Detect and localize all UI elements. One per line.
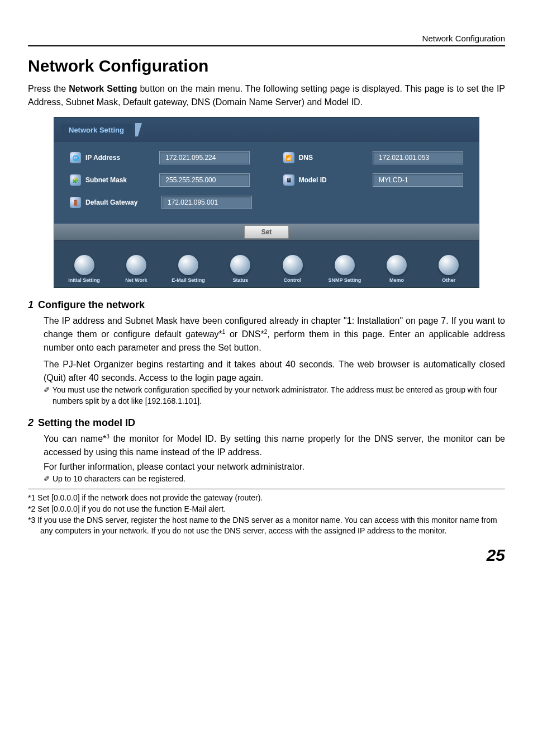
section-2-note: Up to 10 characters can be registered. xyxy=(44,474,505,485)
model-id-label: Model ID xyxy=(299,176,327,184)
network-setting-screenshot: Network Setting 🌐 IP Address 📶 DNS xyxy=(54,117,479,288)
nav-other[interactable]: Other xyxy=(425,255,473,283)
section-2-heading: 2Setting the model ID xyxy=(28,417,505,429)
model-id-input[interactable] xyxy=(373,173,463,187)
network-icon xyxy=(126,255,146,275)
control-icon xyxy=(283,255,303,275)
nav-network[interactable]: Net Work xyxy=(112,255,160,283)
nav-label-control: Control xyxy=(284,277,302,283)
model-id-icon: 🖥 xyxy=(283,174,294,186)
nav-label-initial: Initial Setting xyxy=(68,277,100,283)
section-2-body-2: For further information, please contact … xyxy=(44,460,505,474)
set-button[interactable]: Set xyxy=(244,225,289,239)
nav-snmp-setting[interactable]: SNMP Setting xyxy=(320,255,369,283)
globe-icon: 🌐 xyxy=(70,152,81,163)
dns-input[interactable] xyxy=(373,151,463,164)
other-icon xyxy=(439,255,459,275)
nav-email-setting[interactable]: E-Mail Setting xyxy=(164,255,213,283)
email-icon xyxy=(178,255,198,275)
nav-label-network: Net Work xyxy=(125,277,147,283)
nav-memo[interactable]: Memo xyxy=(373,255,421,283)
nav-label-status: Status xyxy=(233,277,249,283)
section-1-number: 1 xyxy=(28,299,34,310)
nav-label-memo: Memo xyxy=(389,277,404,283)
intro-paragraph: Press the Network Setting button on the … xyxy=(28,82,505,109)
ip-address-label: IP Address xyxy=(85,154,120,162)
subnet-icon: 🧩 xyxy=(70,174,81,186)
gateway-icon: 🚪 xyxy=(70,197,81,208)
nav-label-email: E-Mail Setting xyxy=(172,277,205,283)
section-2-number: 2 xyxy=(28,417,34,428)
initial-setting-icon xyxy=(74,255,94,275)
section-2-title: Setting the model ID xyxy=(38,417,135,428)
section-1-body-2: The PJ-Net Organizer begins restarting a… xyxy=(44,358,505,385)
dns-label: DNS xyxy=(299,154,313,162)
section-1-heading: 1Configure the network xyxy=(28,299,505,311)
status-icon xyxy=(230,255,250,275)
section-1-note: You must use the network configuration s… xyxy=(44,385,505,407)
section-1-body: The IP address and Subnet Mask have been… xyxy=(44,314,505,355)
nav-control[interactable]: Control xyxy=(268,255,317,283)
footnote-1: *1 Set [0.0.0.0] if the network does not… xyxy=(28,493,505,504)
footnote-3: *3 If you use the DNS server, register t… xyxy=(28,515,505,537)
bold-network-setting: Network Setting xyxy=(69,84,137,93)
section-2-body: You can name*3 the monitor for Model ID.… xyxy=(44,432,505,459)
default-gateway-input[interactable] xyxy=(161,196,252,209)
footnotes: *1 Set [0.0.0.0] if the network does not… xyxy=(28,489,505,536)
nav-status[interactable]: Status xyxy=(216,255,265,283)
page-title: Network Configuration xyxy=(28,56,505,75)
default-gateway-label: Default Gateway xyxy=(85,199,137,206)
tab-edge-decoration xyxy=(135,123,142,136)
footnote-2: *2 Set [0.0.0.0] if you do not use the f… xyxy=(28,504,505,515)
section-1-title: Configure the network xyxy=(38,299,145,310)
running-header: Network Configuration xyxy=(28,34,505,46)
dns-icon: 📶 xyxy=(283,152,294,163)
ip-address-input[interactable] xyxy=(159,151,250,164)
memo-icon xyxy=(387,255,407,275)
subnet-mask-input[interactable] xyxy=(159,173,250,187)
screenshot-tab: Network Setting xyxy=(61,124,132,136)
nav-label-snmp: SNMP Setting xyxy=(328,277,361,283)
nav-initial-setting[interactable]: Initial Setting xyxy=(60,255,108,283)
nav-label-other: Other xyxy=(442,277,455,283)
snmp-icon xyxy=(335,255,355,275)
subnet-mask-label: Subnet Mask xyxy=(85,176,127,184)
screenshot-tab-label: Network Setting xyxy=(69,126,124,134)
page-number: 25 xyxy=(28,546,505,565)
